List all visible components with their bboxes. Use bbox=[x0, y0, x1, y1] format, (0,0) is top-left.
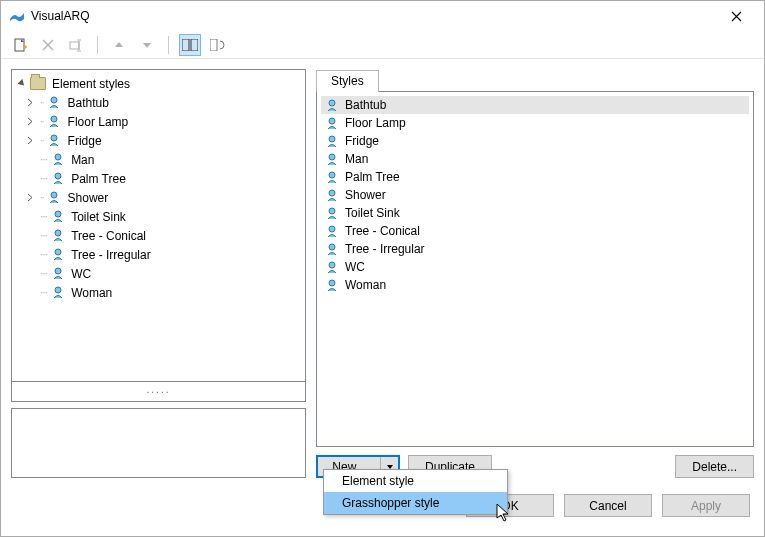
tree-item[interactable]: ··Floor Lamp bbox=[14, 112, 303, 131]
svg-point-8 bbox=[55, 154, 61, 160]
styles-list[interactable]: Bathtub Floor Lamp Fridge Man Palm Tree … bbox=[316, 91, 754, 447]
svg-point-15 bbox=[55, 287, 61, 293]
toolbar-separator bbox=[168, 36, 169, 54]
delete-button[interactable]: Delete... bbox=[675, 455, 754, 478]
element-icon bbox=[51, 210, 65, 224]
svg-point-14 bbox=[55, 268, 61, 274]
style-tree[interactable]: Element styles ··Bathtub ··Floor Lamp ··… bbox=[11, 69, 306, 382]
tree-item[interactable]: ····Man bbox=[14, 150, 303, 169]
apply-button[interactable]: Apply bbox=[662, 494, 750, 517]
move-up-button[interactable] bbox=[108, 34, 130, 56]
close-button[interactable] bbox=[716, 1, 756, 31]
expand-icon[interactable] bbox=[24, 193, 36, 202]
folder-icon bbox=[30, 77, 46, 90]
dropdown-item-grasshopper-style[interactable]: Grasshopper style bbox=[324, 492, 507, 514]
tree-item[interactable]: ····Toilet Sink bbox=[14, 207, 303, 226]
list-item[interactable]: Tree - Irregular bbox=[321, 240, 749, 258]
tree-item-label: Man bbox=[71, 153, 94, 167]
list-item[interactable]: Bathtub bbox=[321, 96, 749, 114]
element-icon bbox=[325, 152, 339, 166]
tree-item[interactable]: ····Woman bbox=[14, 283, 303, 302]
element-icon bbox=[51, 267, 65, 281]
element-icon bbox=[325, 224, 339, 238]
list-item-label: Palm Tree bbox=[345, 170, 400, 184]
rename-button[interactable] bbox=[65, 34, 87, 56]
svg-point-19 bbox=[329, 154, 335, 160]
right-pane: Styles Bathtub Floor Lamp Fridge Man Pal… bbox=[316, 69, 754, 478]
visualarq-window: VisualARQ Element styles ··Bathtub ··Flo… bbox=[0, 0, 765, 537]
list-item-label: WC bbox=[345, 260, 365, 274]
list-item[interactable]: Man bbox=[321, 150, 749, 168]
dropdown-item-element-style[interactable]: Element style bbox=[324, 470, 507, 492]
window-title: VisualARQ bbox=[31, 9, 716, 23]
expand-icon[interactable] bbox=[24, 136, 36, 145]
element-icon bbox=[325, 242, 339, 256]
dialog-body: Element styles ··Bathtub ··Floor Lamp ··… bbox=[1, 59, 764, 488]
element-icon bbox=[325, 278, 339, 292]
new-dropdown-menu: Element style Grasshopper style bbox=[323, 469, 508, 515]
tab-strip: Styles bbox=[316, 69, 754, 91]
tree-item[interactable]: ····Tree - Conical bbox=[14, 226, 303, 245]
element-icon bbox=[51, 172, 65, 186]
tree-item[interactable]: ··Shower bbox=[14, 188, 303, 207]
list-item[interactable]: Tree - Conical bbox=[321, 222, 749, 240]
list-item-label: Floor Lamp bbox=[345, 116, 406, 130]
tab-styles[interactable]: Styles bbox=[316, 70, 379, 92]
svg-point-16 bbox=[329, 100, 335, 106]
svg-point-5 bbox=[51, 97, 57, 103]
list-item[interactable]: Shower bbox=[321, 186, 749, 204]
tree-item-label: Toilet Sink bbox=[71, 210, 126, 224]
tree-item-label: Palm Tree bbox=[71, 172, 126, 186]
collapse-icon[interactable] bbox=[16, 79, 28, 88]
expand-icon[interactable] bbox=[24, 117, 36, 126]
list-item-label: Fridge bbox=[345, 134, 379, 148]
svg-point-25 bbox=[329, 262, 335, 268]
cancel-button[interactable]: Cancel bbox=[564, 494, 652, 517]
element-icon bbox=[325, 134, 339, 148]
preview-pane bbox=[11, 408, 306, 478]
svg-point-24 bbox=[329, 244, 335, 250]
tree-item-label: Woman bbox=[71, 286, 112, 300]
tree-item-label: WC bbox=[71, 267, 91, 281]
element-icon bbox=[325, 170, 339, 184]
list-item-label: Bathtub bbox=[345, 98, 386, 112]
svg-point-23 bbox=[329, 226, 335, 232]
tree-item[interactable]: ··Bathtub bbox=[14, 93, 303, 112]
svg-point-7 bbox=[51, 135, 57, 141]
element-icon bbox=[325, 98, 339, 112]
tree-root[interactable]: Element styles bbox=[14, 74, 303, 93]
tree-item[interactable]: ····WC bbox=[14, 264, 303, 283]
list-item[interactable]: Floor Lamp bbox=[321, 114, 749, 132]
tree-item[interactable]: ··Fridge bbox=[14, 131, 303, 150]
layout-single-button[interactable] bbox=[207, 34, 229, 56]
list-item-label: Woman bbox=[345, 278, 386, 292]
list-item[interactable]: Toilet Sink bbox=[321, 204, 749, 222]
splitter-handle[interactable]: ..... bbox=[11, 382, 306, 402]
expand-icon[interactable] bbox=[24, 98, 36, 107]
list-item[interactable]: Woman bbox=[321, 276, 749, 294]
element-icon bbox=[48, 191, 62, 205]
svg-rect-3 bbox=[191, 39, 198, 51]
list-item[interactable]: WC bbox=[321, 258, 749, 276]
tree-item-label: Fridge bbox=[68, 134, 102, 148]
tree-root-label: Element styles bbox=[52, 77, 130, 91]
tree-item[interactable]: ····Palm Tree bbox=[14, 169, 303, 188]
list-item-label: Toilet Sink bbox=[345, 206, 400, 220]
list-item[interactable]: Fridge bbox=[321, 132, 749, 150]
tree-item-label: Floor Lamp bbox=[68, 115, 129, 129]
toolbar bbox=[1, 31, 764, 59]
svg-point-18 bbox=[329, 136, 335, 142]
tree-item[interactable]: ····Tree - Irregular bbox=[14, 245, 303, 264]
tree-item-label: Shower bbox=[68, 191, 109, 205]
layout-split-button[interactable] bbox=[179, 34, 201, 56]
svg-point-20 bbox=[329, 172, 335, 178]
svg-point-22 bbox=[329, 208, 335, 214]
delete-style-button[interactable] bbox=[37, 34, 59, 56]
tree-item-label: Tree - Conical bbox=[71, 229, 146, 243]
list-item[interactable]: Palm Tree bbox=[321, 168, 749, 186]
new-style-button[interactable] bbox=[9, 34, 31, 56]
element-icon bbox=[325, 116, 339, 130]
titlebar: VisualARQ bbox=[1, 1, 764, 31]
move-down-button[interactable] bbox=[136, 34, 158, 56]
svg-point-21 bbox=[329, 190, 335, 196]
